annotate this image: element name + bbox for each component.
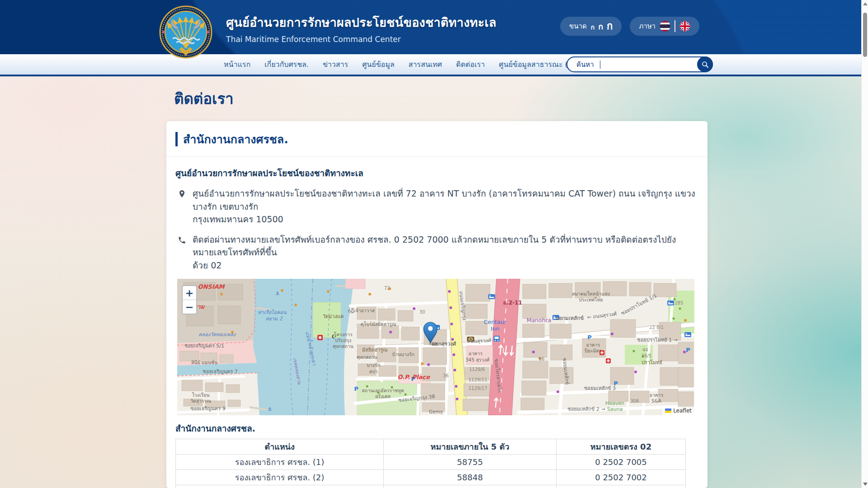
anchor-icon: ⚓ xyxy=(268,406,272,412)
nav-item-6[interactable]: ติดต่อเรา xyxy=(456,59,485,70)
scrollbar-thumb[interactable] xyxy=(863,13,867,57)
map-label: คุโบร์มัสยิดฮารูณ xyxy=(361,321,396,327)
map-label: 44 xyxy=(642,347,648,352)
page-title: ติดต่อเรา xyxy=(174,87,234,111)
font-size-control[interactable]: ขนาด กกก xyxy=(560,17,622,36)
map-zoom-out-button[interactable]: − xyxy=(183,300,196,314)
map-label: สถานเอกอัครราชทูต xyxy=(362,388,404,394)
phone-directory-table: ตำแหน่งหมายเลขภายใน 5 ตัวหมายเลขตรง 02 ร… xyxy=(175,439,686,488)
table-title: สำนักงานกลางศรชล. xyxy=(175,422,698,435)
contact-card: สำนักงานกลางศรชล. ศูนย์อำนวยการรักษาผลปร… xyxy=(166,121,708,488)
table-cell: ผู้ช่วยเลขาธิการ ศรชล. (1) xyxy=(176,485,384,488)
map-label: 36/5 xyxy=(642,353,651,358)
heading-accent-bar xyxy=(175,132,178,146)
anchor-icon: ⚓ xyxy=(275,291,280,296)
parking-icon: P xyxy=(587,334,592,341)
uk-flag-icon[interactable] xyxy=(679,21,690,32)
language-switcher[interactable]: ภาษา xyxy=(630,17,699,36)
table-cell: 0 2502 7006 xyxy=(557,485,686,488)
search-box[interactable]: ค้นหา xyxy=(566,56,713,72)
map-label: Sauna xyxy=(607,406,623,412)
scroll-up-arrow-icon[interactable] xyxy=(863,2,868,5)
nav-item-3[interactable]: ข่าวสาร xyxy=(323,59,348,70)
map-label: ถ.2-11 xyxy=(503,300,522,306)
map-label: ปราโมทย์ xyxy=(642,359,662,366)
table-cell: 58755 xyxy=(384,455,557,470)
map-label: 306 xyxy=(630,399,639,404)
leaflet-link[interactable]: Leaflet xyxy=(673,408,692,414)
map-label: Manohra xyxy=(527,317,552,324)
parking-icon: P xyxy=(354,385,359,392)
thai-flag-icon[interactable] xyxy=(660,21,670,32)
flag-divider xyxy=(675,20,675,32)
map-label: ซอยเจริญนคร 9 xyxy=(190,406,225,412)
table-header-cell: ตำแหน่ง xyxy=(176,439,384,455)
map-label: ฝรั่งเศส xyxy=(375,393,391,399)
organization-heading: ศูนย์อำนวยการรักษาผลประโยชน์ของชาติทางทะ… xyxy=(175,166,698,180)
map-label: ประเทศไทย xyxy=(579,297,603,302)
page: ศูนย์อำนวยการรักษาผลประโยชน์ของชาติทางทะ… xyxy=(0,0,868,488)
map-label: ปรับปรุง xyxy=(335,338,351,343)
nav-item-5[interactable]: สารสนเทศ xyxy=(409,59,442,70)
font-size-option-3[interactable]: ก xyxy=(607,21,613,31)
nav-item-2[interactable]: เกี่ยวกับศรชล. xyxy=(264,59,309,70)
map-canvas: ☪ ⚓ ⚓ PPPPP ONSIAMสุขสยามท่าเรือไอคอนสยา… xyxy=(177,279,694,415)
map-label: สยาม 2 xyxy=(265,316,283,322)
parking-icon: P xyxy=(686,347,690,353)
map-label: สมาคมใหหนำแห่ง xyxy=(572,291,610,296)
map-label: มัสยิดฮารูณ xyxy=(362,347,388,353)
site-title-thai: ศูนย์อำนวยการรักษาผลประโยชน์ของชาติทางทะ… xyxy=(226,13,496,32)
map-label: 30 xyxy=(420,310,425,314)
table-cell: รองเลขาธิการ ศรชล. (2) xyxy=(176,470,384,485)
card-header: สำนักงานกลางศรชล. xyxy=(166,121,708,157)
map-label: 285 xyxy=(675,300,683,305)
table-header-cell: หมายเลขตรง 02 xyxy=(557,439,686,455)
language-label: ภาษา xyxy=(639,21,656,32)
map-label: S&A xyxy=(651,398,662,404)
table-row: รองเลขาธิการ ศรชล. (1)587550 2502 7005 xyxy=(176,455,686,470)
leaflet-map[interactable]: ☪ ⚓ ⚓ PPPPP ONSIAMสุขสยามท่าเรือไอคอนสยา… xyxy=(177,279,694,415)
scroll-down-arrow-icon[interactable] xyxy=(863,483,868,486)
map-label: 1129/11 xyxy=(468,377,487,382)
search-button[interactable] xyxy=(697,56,713,72)
map-zoom-in-button[interactable]: + xyxy=(183,286,196,300)
map-label: โครงการ xyxy=(334,332,353,337)
main-navigation: หน้าแรกเกี่ยวกับศรชล.ข่าวสารศูนย์ข้อมูลส… xyxy=(0,54,868,76)
map-label: ซอยมเหสักข์ 2 → xyxy=(568,406,605,412)
phone-line-1: ติดต่อผ่านทางหมายเลขโทรศัพท์เบอร์กลางของ… xyxy=(193,233,698,259)
map-label: Heaven xyxy=(605,400,624,406)
table-cell: 0 2502 7002 xyxy=(557,470,686,485)
map-label: วัดม่วงแค xyxy=(323,314,344,319)
map-label: ถนนสุรวงศ์ xyxy=(467,338,491,344)
map-label: ศุลกสถาน xyxy=(333,343,353,349)
map-label: อาคาร xyxy=(469,351,483,356)
map-label: แยกมเหสักข์ xyxy=(556,315,584,321)
agency-emblem-logo[interactable] xyxy=(159,5,212,59)
site-title-english: Thai Maritime Enforcement Command Center xyxy=(226,35,496,44)
table-cell: 58848 xyxy=(384,470,557,485)
table-cell: 58744 xyxy=(384,485,557,488)
map-label: วัดสุวรรณ xyxy=(190,398,211,404)
address-row: ศูนย์อำนวยการรักษาผลประโยชน์ของชาติทางทะ… xyxy=(175,187,698,226)
map-label: O.P. Place xyxy=(397,374,430,380)
map-label: 36 xyxy=(443,373,449,378)
map-label: บ้านบางรัก xyxy=(392,352,414,357)
table-row: ผู้ช่วยเลขาธิการ ศรชล. (1)587440 2502 70… xyxy=(176,485,686,488)
phone-row: ติดต่อผ่านทางหมายเลขโทรศัพท์เบอร์กลางของ… xyxy=(175,233,698,272)
map-label: ซอยเจริญนคร 5/1 xyxy=(184,343,224,349)
map-label: อาคาร xyxy=(650,392,664,398)
map-label: ONSIAM xyxy=(198,283,225,290)
nav-list: หน้าแรกเกี่ยวกับศรชล.ข่าวสารศูนย์ข้อมูลส… xyxy=(0,54,868,75)
map-label: ศุลกสถาน xyxy=(357,354,377,360)
nav-item-4[interactable]: ศูนย์ข้อมูล xyxy=(362,59,394,70)
map-label: โรงเรียน xyxy=(192,392,210,398)
nav-item-1[interactable]: หน้าแรก xyxy=(224,59,250,70)
table-row: รองเลขาธิการ ศรชล. (2)588480 2502 7002 xyxy=(176,470,686,485)
scrollbar[interactable] xyxy=(861,0,868,488)
search-input[interactable] xyxy=(600,57,712,71)
search-icon xyxy=(701,61,709,69)
font-size-option-2[interactable]: ก xyxy=(598,23,603,31)
site-header: ศูนย์อำนวยการรักษาผลประโยชน์ของชาติทางทะ… xyxy=(0,0,868,54)
map-label: Inn xyxy=(491,325,500,332)
font-size-option-1[interactable]: ก xyxy=(591,24,594,30)
